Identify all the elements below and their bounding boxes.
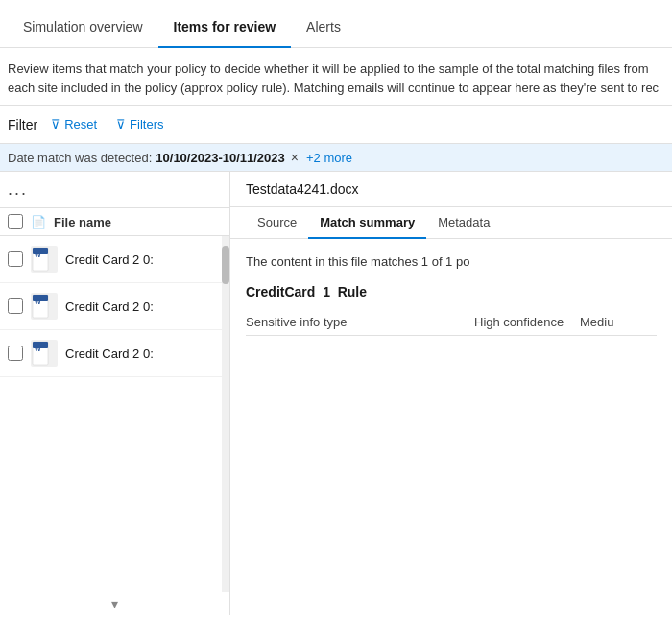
scroll-down-indicator: ▾ [0, 592, 229, 615]
word-icon-2: W [31, 293, 58, 320]
file-checkbox-3[interactable] [8, 346, 23, 361]
tab-items-for-review[interactable]: Items for review [158, 8, 292, 48]
reset-filter-icon: ⊽ [51, 117, 60, 131]
svg-text:W: W [35, 298, 41, 305]
filter-chip-label: Date match was detected: [8, 151, 152, 165]
selected-file-title: Testdata4241.docx [230, 172, 672, 207]
date-filter-chip: Date match was detected: 10/10/2023-10/1… [8, 150, 299, 165]
scroll-thumb[interactable] [222, 246, 229, 284]
scroll-indicator [222, 236, 229, 592]
left-panel-header: ... [0, 172, 229, 208]
file-checkbox-1[interactable] [8, 251, 23, 267]
active-filters-bar: Date match was detected: 10/10/2023-10/1… [0, 144, 672, 171]
filter-bar: Filter ⊽ Reset ⊽ Filters [0, 106, 672, 144]
col-medium-confidence: Mediu [580, 315, 657, 329]
top-navigation: Simulation overview Items for review Ale… [0, 0, 672, 48]
right-panel-tabs: Source Match summary Metadata [230, 207, 672, 239]
word-icon-1: W [31, 246, 58, 273]
match-description: The content in this file matches 1 of 1 … [246, 254, 657, 269]
file-list-container: W Credit Card 2 0: W [0, 236, 229, 592]
reset-label: Reset [64, 117, 97, 131]
file-name-2: Credit Card 2 0: [65, 299, 154, 314]
description-content: Review items that match your policy to d… [8, 61, 659, 95]
right-panel-content: The content in this file matches 1 of 1 … [230, 239, 672, 615]
description-text: Review items that match your policy to d… [0, 48, 672, 106]
col-sensitive-type: Sensitive info type [246, 315, 474, 329]
filters-button[interactable]: ⊽ Filters [108, 113, 171, 135]
more-options-menu[interactable]: ... [8, 179, 28, 200]
left-panel: ... 📄 File name [0, 172, 230, 615]
file-icon-header: 📄 [31, 215, 46, 229]
filter-chip-value: 10/10/2023-10/11/2023 [156, 151, 284, 165]
word-icon-3: W [31, 340, 58, 367]
filter-chip-close-button[interactable]: × [291, 150, 299, 165]
tab-simulation-overview[interactable]: Simulation overview [8, 8, 158, 48]
svg-text:W: W [35, 251, 41, 258]
col-high-confidence: High confidence [474, 315, 580, 329]
filters-icon: ⊽ [116, 117, 126, 131]
file-item[interactable]: W Credit Card 2 0: [0, 236, 222, 283]
file-name-column-header: File name [54, 215, 111, 229]
file-checkbox-2[interactable] [8, 298, 23, 314]
rule-title: CreditCard_1_Rule [246, 284, 657, 299]
tab-source[interactable]: Source [246, 207, 308, 239]
list-column-header: 📄 File name [0, 208, 229, 236]
select-all-checkbox[interactable] [8, 214, 23, 229]
file-list: W Credit Card 2 0: W [0, 236, 222, 592]
reset-button[interactable]: ⊽ Reset [43, 113, 105, 135]
file-item[interactable]: W Credit Card 2 0: [0, 330, 222, 377]
filters-label: Filters [130, 117, 163, 131]
tab-match-summary[interactable]: Match summary [308, 207, 426, 239]
file-name-1: Credit Card 2 0: [65, 252, 154, 267]
file-name-3: Credit Card 2 0: [65, 346, 154, 361]
tab-metadata[interactable]: Metadata [426, 207, 501, 239]
more-filters-link[interactable]: +2 more [306, 151, 352, 165]
file-item[interactable]: W Credit Card 2 0: [0, 283, 222, 330]
filter-label: Filter [8, 117, 37, 132]
tab-alerts[interactable]: Alerts [291, 8, 356, 48]
right-panel: Testdata4241.docx Source Match summary M… [230, 172, 672, 615]
sensitive-info-header: Sensitive info type High confidence Medi… [246, 315, 657, 336]
main-content-area: ... 📄 File name [0, 171, 672, 615]
svg-text:W: W [35, 346, 41, 352]
